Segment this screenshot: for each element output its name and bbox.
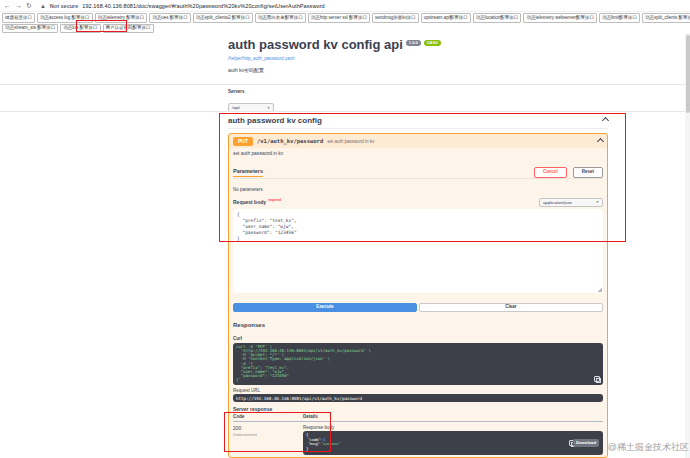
copy-icon[interactable] [594,376,600,382]
operation-description: set auth password in kv [233,151,603,157]
bookmark-item[interactable]: 动态黑白名单配置接口 [255,13,306,23]
request-url-block: http://192.168.40.136:8081/api/v1/auth_k… [233,394,603,402]
response-body-label: Response body [303,425,603,430]
bookmark-item[interactable]: 动态ues 配置接口 [149,13,191,23]
bookmark-item[interactable]: sendmsg接收kv接口 [372,13,419,23]
divider [0,84,690,85]
bookmark-item[interactable]: 健康检查接口 [2,13,35,23]
api-description: auth kv密码配置 [228,67,608,73]
screen: ← → ↻ ▲ Not secure 192.168.40.136:8081/d… [0,0,690,458]
bookmark-item[interactable]: 动态lua 配置接口 [60,24,100,34]
bookmark-item-auth-password[interactable]: 用户认证密码配置接口 [103,24,154,34]
response-body-block: { "code": 0, "msg": "success." } Downloa… [303,431,603,455]
required-marker: required [268,198,281,202]
chevron-down-icon: ▼ [267,106,270,110]
spec-link[interactable]: /helper/http_auth_password.yaml [228,56,608,61]
scrollbar-track[interactable] [685,33,690,458]
parameters-title: Parameters [233,168,263,177]
request-body-editor[interactable]: { "prefix": "test_kv", "user_name": "wjw… [233,209,603,293]
execute-row: Execute Clear [233,303,603,312]
response-json-close: } [306,447,600,452]
operation-path: /v1/auth_kv/password [257,138,323,144]
bookmark-item[interactable]: 动态telemetry webserver配置接口 [523,13,597,23]
details-column-header: Details [303,414,318,419]
bookmark-item[interactable]: 动态split_clients2 配置接口 [193,13,253,23]
status-note: Undocumented [233,433,303,437]
method-badge: PUT [233,137,253,146]
request-body-editor-wrap: { "prefix": "test_kv", "user_name": "wjw… [233,209,603,293]
bookmarks-row-1: 健康检查接口 动态access log 配置接口 动态telemetry 配置接… [2,13,688,23]
request-url-label: Request URL [233,388,603,393]
bookmark-item[interactable]: 动态limit配置接口 [599,13,640,23]
forward-icon[interactable]: → [15,2,22,9]
resize-handle[interactable] [597,287,602,292]
chevron-up-icon[interactable] [602,117,609,124]
not-secure-warning-icon: ▲ [40,3,46,9]
response-row: 200 Undocumented Response body { "code":… [233,425,603,458]
download-button[interactable]: Download [573,439,599,447]
no-parameters-text: No parameters [233,187,603,195]
bookmark-item[interactable]: 动态split_clients 配置接口 [642,13,690,23]
reset-button[interactable]: Reset [573,167,603,178]
scrollbar-thumb[interactable] [686,35,690,113]
back-icon[interactable]: ← [4,2,11,9]
msg-value: "success." [322,441,341,446]
parameters-header: Parameters Cancel Reset [233,167,603,179]
code-column-header: Code [233,414,303,419]
responses-title: Responses [233,322,603,330]
curl-code-block: curl -X 'PUT' \ 'http://192.168.40.136:8… [233,343,603,385]
curl-command: curl -X 'PUT' \ 'http://192.168.40.136:8… [236,345,600,382]
oas3-badge: OAS3 [424,40,441,46]
bookmark-item[interactable]: 动态access log 配置接口 [37,13,93,23]
opblock-put-auth-kv-password: PUT /v1/auth_kv/password set auth passwo… [228,133,608,458]
status-code: 200 [233,425,303,431]
clear-button[interactable]: Clear [419,303,603,312]
version-badge: 1.0.0 [406,40,421,46]
operation-summary-bar[interactable]: PUT /v1/auth_kv/password set auth passwo… [229,134,607,148]
watermark: @稀土掘金技术社区 [608,441,689,454]
reload-icon[interactable]: ↻ [26,2,32,9]
bookmark-item[interactable]: 动态location配置接口 [473,13,522,23]
response-details-cell: Response body { "code": 0, "msg": "succe… [303,425,603,458]
servers-selected-value: /api/ [232,105,240,110]
operation-summary-text: set auth password in kv [327,139,594,144]
url-text[interactable]: 192.168.40.136:8081/doc/swagger/#/auth%2… [82,3,325,9]
chevron-down-icon: ▼ [596,200,599,204]
request-body-row: Request body required application/json ▼ [233,197,603,207]
servers-section: Servers /api/ ▼ [228,89,274,113]
not-secure-label: Not secure [50,3,78,9]
response-table-header: Code Details [233,414,603,422]
request-body-label: Request body [233,199,266,205]
cancel-button[interactable]: Cancel [534,167,567,178]
servers-label: Servers [228,89,274,94]
bookmark-item[interactable]: 动态http server ssl 配置接口 [308,13,370,23]
page-title-row: auth password kv config api 1.0.0 OAS3 [228,37,608,52]
api-info: auth password kv config api 1.0.0 OAS3 /… [228,37,608,73]
execute-button[interactable]: Execute [233,303,417,312]
bookmark-item[interactable]: 动态stream_sts 配置接口 [2,24,58,34]
curl-label: Curl [233,336,603,342]
bookmark-item[interactable]: upstream api配置接口 [421,13,471,23]
divider [0,111,690,112]
media-type-value: application/json [543,200,572,205]
swagger-page: auth password kv config api 1.0.0 OAS3 /… [0,33,690,458]
server-response-label: Server response [233,406,603,412]
tag-section-header[interactable]: auth password kv config [228,116,608,129]
media-type-select[interactable]: application/json ▼ [539,198,603,207]
browser-toolbar: ← → ↻ ▲ Not secure 192.168.40.136:8081/d… [0,0,690,12]
response-code-cell: 200 Undocumented [233,425,303,458]
chevron-up-icon[interactable] [597,137,604,144]
bookmark-item[interactable]: 动态telemetry 配置接口 [95,13,148,23]
operation-body: set auth password in kv Parameters Cance… [229,148,607,458]
tag-title: auth password kv config [228,116,322,125]
bookmarks-row-2: 动态stream_sts 配置接口 动态lua 配置接口 用户认证密码配置接口 [2,24,688,34]
page-title: auth password kv config api [228,37,403,52]
